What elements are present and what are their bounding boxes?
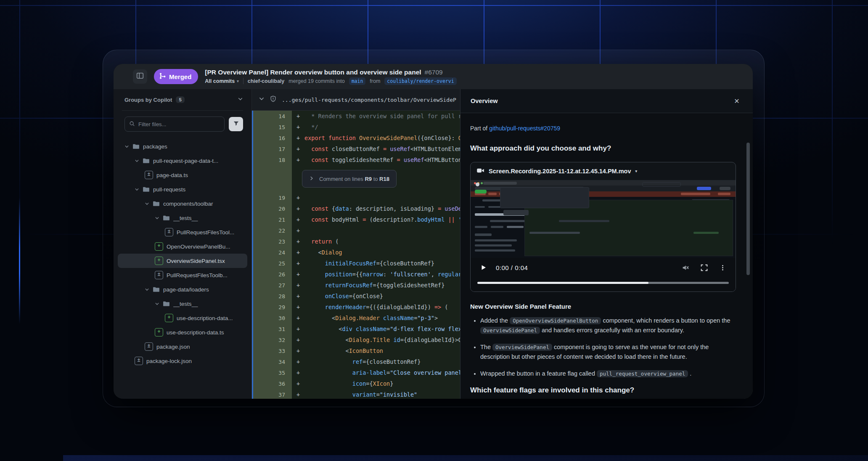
mute-button[interactable] [679,264,692,272]
inline-code: OverviewSidePanel [492,344,552,351]
chevron-down-icon [155,302,159,306]
chevron-down-icon [238,96,243,103]
merge-text: merged 19 commits into [288,78,344,84]
tree-item-pull-request-page-data-t[interactable]: pull-request-page-data-t... [118,154,247,168]
sidebar-toggle-button[interactable] [133,69,147,84]
overview-panel-content: Part of github/pull-requests#20759 What … [460,113,753,399]
folder-icon [163,300,170,307]
tree-item-label: page-data.ts [156,172,188,178]
folder-icon [143,157,150,164]
tree-item-page-data-loaders[interactable]: page-data/loaders [118,282,247,297]
tree-item-package-json[interactable]: ±package.json [118,339,247,354]
window-body: Groups by Copilot 5 Filter files... pack… [114,89,753,399]
tree-item-package-lock-json[interactable]: ±package-lock.json [118,354,247,368]
tree-item-pullrequestfilestool[interactable]: ±PullRequestFilesTool... [118,225,247,239]
video-menu-button[interactable] [716,265,729,271]
grid-glow-bottom [63,455,868,461]
git-merge-icon [159,72,166,81]
status-badge: Merged [154,69,198,84]
folder-icon [153,200,160,207]
line-number: 19 [253,195,292,201]
filter-options-button[interactable] [229,117,243,131]
chevron-down-icon [259,96,265,103]
groups-row[interactable]: Groups by Copilot 5 [114,89,251,110]
video-camera-icon [476,167,484,176]
progress-track [477,282,729,284]
feature-bullet-list: Added the OpenOverviewSidePanelButton co… [470,316,735,379]
base-branch-chip[interactable]: main [349,77,366,85]
file-tree: packagespull-request-page-data-t...±page… [114,137,251,399]
file-modified-icon: ± [135,357,143,365]
file-modified-icon: ± [145,171,153,179]
tree-item-label: package-lock.json [146,358,192,364]
video-file-dropdown[interactable]: Screen.Recording.2025-11-12.at.12.45.14.… [471,162,736,180]
window-header: Merged [PR Overview Panel] Render overvi… [114,64,753,89]
tree-item-use-description-data-ts[interactable]: +use-description-data.ts [118,325,247,339]
title-block: [PR Overview Panel] Render overview butt… [205,69,456,85]
tree-item-pullrequestfilestoolb[interactable]: ±PullRequestFilesToolb... [118,268,247,282]
merge-actor: chief-coulibaly [248,78,285,84]
video-progress[interactable] [471,277,736,291]
line-number: 17 [253,146,292,152]
close-button[interactable]: ✕ [731,95,743,107]
added-marker: + [292,282,304,289]
folder-icon [163,215,170,222]
chevron-down-icon [155,216,159,220]
line-number: 22 [253,228,292,234]
tree-item-overviewsidepanel-tsx[interactable]: +OverviewSidePanel.tsx [118,254,247,268]
tree-item-use-description-data[interactable]: +use-description-data... [118,311,247,325]
tree-item-label: components/toolbar [163,201,213,207]
video-filename: Screen.Recording.2025-11-12.at.12.45.14.… [489,168,631,175]
line-number: 23 [253,238,292,245]
filter-files-input[interactable]: Filter files... [124,117,225,132]
line-number: 36 [253,381,292,387]
folder-icon [132,143,140,150]
file-tree-sidebar: Groups by Copilot 5 Filter files... pack… [114,89,252,399]
parent-issue-link[interactable]: github/pull-requests#20759 [489,125,560,132]
tree-item-packages[interactable]: packages [118,139,247,154]
diff-file-path: ...ges/pull-requests/components/toolbar/… [282,97,456,103]
feature-bullet: The OverviewSidePanel component is going… [480,342,735,362]
panel-scrollbar[interactable] [746,143,750,275]
fullscreen-button[interactable] [698,264,710,271]
comment-on-lines-button[interactable]: Comment on lines R9 to R18 [302,170,397,188]
video-preview[interactable] [471,180,736,258]
added-marker: + [292,124,304,130]
tree-item-label: package.json [156,344,190,350]
line-number: 26 [253,271,292,278]
folder-icon [143,186,150,193]
line-number: 32 [253,337,292,343]
file-added-icon: + [155,257,163,265]
head-branch-chip[interactable]: coulibaly/render-overvi [384,77,456,85]
commits-dropdown[interactable]: All commits▾ [205,78,238,84]
divider [243,78,243,84]
tree-item-pull-requests[interactable]: pull-requests [118,182,247,196]
overview-panel-header: Overview ✕ [460,89,753,113]
line-number: 15 [253,124,292,130]
chevron-down-icon [145,287,149,292]
line-number: 27 [253,282,292,289]
added-marker: + [292,216,304,223]
question-heading-approach: What approach did you choose and why? [470,144,735,153]
pr-title: [PR Overview Panel] Render overview butt… [205,69,456,76]
tree-item-components-toolbar[interactable]: components/toolbar [118,196,247,211]
tree-item-label: PullRequestFilesTool... [177,229,234,236]
funnel-icon [233,120,239,128]
line-number: 34 [253,359,292,365]
added-marker: + [292,156,304,163]
chevron-down-icon [124,144,129,149]
line-number: 24 [253,249,292,256]
added-marker: + [292,205,304,212]
video-time: 0:00 / 0:04 [496,264,528,271]
line-number: 25 [253,260,292,267]
tree-item-openoverviewpanelbu[interactable]: +OpenOverviewPanelBu... [118,239,247,254]
groups-label: Groups by Copilot [124,97,172,103]
play-button[interactable] [477,264,490,271]
tree-item-tests[interactable]: __tests__ [118,211,247,225]
feature-bullet: Added the OpenOverviewSidePanelButton co… [480,316,735,335]
feature-bullet: Wrapped the button in a feature flag cal… [480,369,735,379]
tree-item-tests[interactable]: __tests__ [118,297,247,311]
line-number: 16 [253,135,292,141]
tree-item-page-data-ts[interactable]: ±page-data.ts [118,168,247,182]
added-marker: + [292,391,304,398]
